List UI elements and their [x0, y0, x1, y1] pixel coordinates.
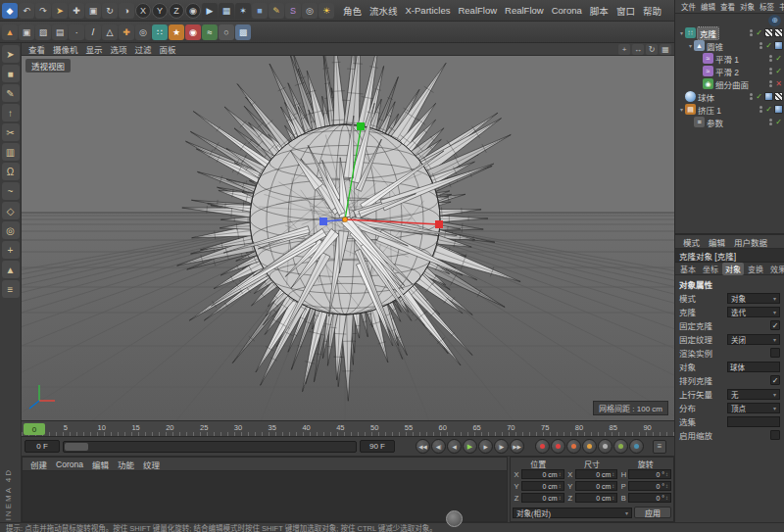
menubar-menu[interactable]: 脚本: [586, 4, 612, 18]
coordinate-input[interactable]: 0 cm↕: [521, 493, 564, 503]
object-manager-menu[interactable]: 标签: [758, 1, 776, 12]
timeline-frame-label[interactable]: 70: [507, 423, 514, 432]
scale-tool-icon[interactable]: ▣: [85, 3, 101, 19]
pen-tool-icon[interactable]: ✎: [269, 3, 284, 19]
deformer-icon[interactable]: S: [285, 3, 301, 19]
camera-icon[interactable]: ◎: [302, 3, 318, 19]
viewport-menu[interactable]: 选项: [107, 43, 131, 55]
coordinate-input[interactable]: 0 °↕: [628, 493, 671, 503]
viewport-menu[interactable]: 面板: [156, 43, 180, 55]
last-tool-icon[interactable]: ◑: [119, 3, 134, 19]
分布-dropdown[interactable]: 顶点▾: [727, 403, 780, 413]
attribute-tab[interactable]: 坐标: [700, 263, 721, 275]
object-tree-item[interactable]: ◉细分曲面✕: [675, 77, 784, 90]
axis-tool-icon[interactable]: +: [2, 241, 20, 259]
spinner-icon[interactable]: ↕: [612, 483, 614, 489]
record-pla-button[interactable]: [629, 439, 644, 454]
smooth-tool-icon[interactable]: ~: [2, 182, 20, 200]
play-button[interactable]: ▶: [463, 439, 477, 454]
viewport-canvas[interactable]: 透视视图 网格间距 : 100 cm: [22, 56, 674, 420]
prev-frame-button[interactable]: ◀: [447, 439, 462, 454]
mograph-cloner-icon[interactable]: ∷: [152, 24, 168, 40]
timeline-frame-label[interactable]: 50: [370, 423, 378, 432]
make-editable-icon[interactable]: ▲: [2, 24, 18, 40]
enabled-check-icon[interactable]: ✓: [774, 54, 783, 63]
next-key-button[interactable]: |▶: [494, 439, 509, 454]
volume-icon[interactable]: ▩: [235, 24, 251, 40]
snap-icon[interactable]: ◎: [135, 24, 151, 40]
snap-tool-icon[interactable]: ◎: [2, 221, 20, 239]
goto-end-button[interactable]: ▶▶: [510, 439, 524, 454]
object-tree-item[interactable]: ▾▤挤压 1✓: [675, 103, 784, 116]
visibility-dots-icon[interactable]: [750, 93, 753, 100]
enabled-check-icon[interactable]: ✓: [755, 28, 763, 37]
selection-tool-icon[interactable]: ➤: [2, 45, 20, 63]
slider-handle[interactable]: [65, 443, 88, 451]
spinner-icon[interactable]: ↕: [665, 495, 668, 501]
attribute-tab[interactable]: 变换: [745, 263, 766, 275]
bridge-tool-icon[interactable]: ▥: [2, 143, 20, 161]
fields-icon[interactable]: ◉: [185, 24, 201, 40]
apply-button[interactable]: 应用: [634, 507, 671, 518]
edges-mode-icon[interactable]: /: [85, 24, 101, 40]
enable-axis-icon[interactable]: ✚: [119, 24, 134, 40]
help-badge-icon[interactable]: [446, 510, 463, 527]
dynamics-icon[interactable]: ○: [219, 24, 234, 40]
timeline-frame-label[interactable]: 35: [269, 423, 276, 432]
tex-tag-icon[interactable]: [774, 28, 783, 37]
上行矢量-dropdown[interactable]: 无▾: [727, 389, 780, 400]
enabled-check-icon[interactable]: ✓: [764, 105, 773, 114]
points-mode-icon[interactable]: ∙: [69, 24, 84, 40]
normals-tool-icon[interactable]: ▲: [2, 261, 20, 278]
timeline-frame-label[interactable]: 60: [439, 423, 447, 432]
menubar-menu[interactable]: 窗口: [612, 4, 639, 18]
simulate-icon[interactable]: ≈: [202, 24, 218, 40]
mirror-tool-icon[interactable]: ◇: [2, 202, 20, 219]
spinner-icon[interactable]: ↕: [612, 495, 614, 501]
material-menu[interactable]: 编辑: [88, 459, 113, 470]
effector-icon[interactable]: ★: [169, 24, 184, 40]
render-view-button[interactable]: ▶: [202, 3, 218, 19]
y-axis-lock-button[interactable]: Y: [152, 3, 168, 19]
object-manager-menu[interactable]: 对象: [738, 1, 757, 12]
menubar-menu[interactable]: RealFlow: [501, 5, 548, 16]
checkbox[interactable]: ✓: [770, 375, 780, 385]
visibility-dots-icon[interactable]: [760, 42, 762, 49]
coordinate-mode-dropdown[interactable]: 对象(相对) ▾: [513, 508, 632, 518]
enabled-check-icon[interactable]: ✓: [774, 118, 783, 126]
prev-key-button[interactable]: ◀|: [431, 439, 446, 454]
globe-icon[interactable]: ⊕: [768, 15, 781, 26]
coordinate-input[interactable]: 0 °↕: [628, 469, 671, 479]
visibility-dots-icon[interactable]: [750, 29, 753, 36]
record-parameter-button[interactable]: [613, 439, 628, 454]
menubar-menu[interactable]: 角色: [339, 4, 366, 18]
link-field[interactable]: [727, 416, 780, 427]
menubar-menu[interactable]: 流水线: [366, 4, 402, 18]
phong-tag-icon[interactable]: [774, 105, 783, 114]
render-region-button[interactable]: ▦: [219, 3, 234, 19]
coordinate-input[interactable]: 0 cm↕: [575, 493, 618, 503]
timeline-frame-label[interactable]: 25: [200, 423, 208, 432]
timeline-frame-label[interactable]: 90: [643, 423, 651, 432]
disabled-cross-icon[interactable]: ✕: [774, 79, 783, 88]
timeline-frame-label[interactable]: 65: [472, 423, 480, 432]
enabled-check-icon[interactable]: ✓: [764, 41, 773, 50]
magnet-tool-icon[interactable]: Ω: [2, 163, 20, 180]
app-logo-icon[interactable]: ◆: [2, 3, 18, 19]
object-manager-menu[interactable]: 查看: [718, 1, 737, 12]
spinner-icon[interactable]: ↕: [665, 471, 668, 477]
menubar-menu[interactable]: Corona: [548, 5, 586, 16]
timeline-frame-label[interactable]: 20: [166, 423, 173, 432]
spinner-icon[interactable]: ↕: [559, 471, 562, 477]
texture-mode-icon[interactable]: ▨: [35, 24, 51, 40]
record-position-button[interactable]: [566, 439, 581, 454]
render-settings-button[interactable]: ✶: [235, 3, 251, 19]
attribute-menu[interactable]: 编辑: [705, 236, 729, 248]
attribute-menu[interactable]: 模式: [679, 236, 704, 248]
timeline-frame-label[interactable]: 80: [575, 423, 583, 432]
goto-start-button[interactable]: ◀◀: [416, 439, 430, 454]
coordinate-input[interactable]: 0 cm↕: [521, 469, 564, 479]
current-frame-marker[interactable]: 0: [24, 423, 45, 435]
autokey-button[interactable]: [551, 439, 565, 454]
visibility-dots-icon[interactable]: [769, 119, 772, 125]
